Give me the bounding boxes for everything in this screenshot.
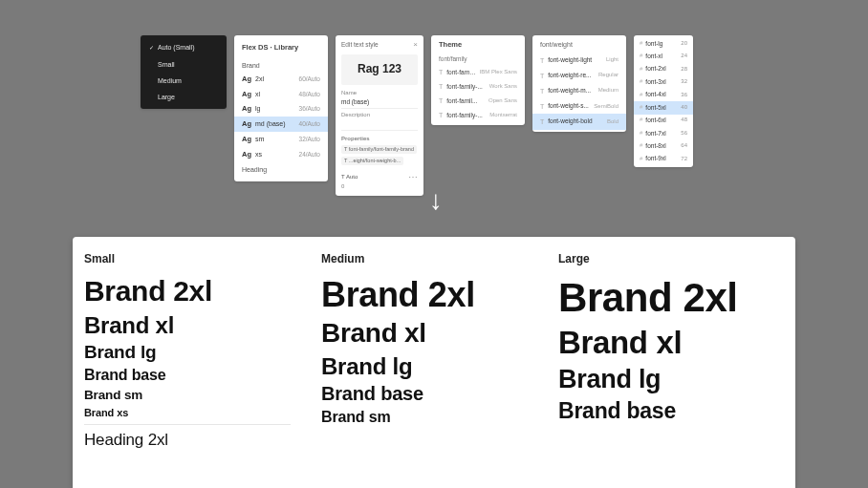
- sample-text: Brand 2xl: [558, 275, 788, 321]
- number-icon: #: [640, 117, 642, 124]
- variable-value: Open Sans: [488, 97, 517, 105]
- dropdown-option-small[interactable]: Small: [141, 56, 227, 73]
- style-name: md (base): [255, 119, 295, 128]
- variable-value: 24: [681, 53, 687, 60]
- text-icon: T: [540, 117, 544, 126]
- sample-text: Brand 2xl: [84, 275, 314, 308]
- variable-name: font-6xl: [645, 117, 678, 124]
- letter-spacing-value: 0: [341, 183, 418, 191]
- sample-text: Brand base: [84, 367, 314, 384]
- name-value[interactable]: md (base): [341, 97, 418, 109]
- variable-name: font-xl: [645, 53, 678, 60]
- sample-text: Brand lg: [321, 353, 551, 380]
- column-large: Large Brand 2xl Brand xl Brand lg Brand …: [558, 252, 795, 488]
- property-chip-font-family[interactable]: T font-family/font-family-brand: [341, 145, 417, 154]
- library-title: Flex DS · Library: [234, 41, 328, 57]
- dropdown-option-medium[interactable]: Medium: [141, 73, 227, 89]
- text-icon: T: [540, 87, 544, 95]
- variable-name: font-8xl: [645, 142, 678, 150]
- type-sample: Ag: [242, 90, 251, 99]
- dropdown-option-large[interactable]: Large: [141, 89, 227, 105]
- variable-name: font-weight-s...: [548, 102, 590, 110]
- library-panel: Flex DS · Library Brand Ag2xl60/AutoAgxl…: [234, 35, 328, 181]
- weight-row[interactable]: Tfont-weight-s...SemiBold: [532, 98, 626, 114]
- variable-value: IBM Plex Sans: [480, 69, 517, 76]
- breakpoint-dropdown[interactable]: Auto (Small) Small Medium Large: [141, 35, 227, 109]
- variable-name: font-famil...: [446, 69, 475, 76]
- library-row[interactable]: Aglg36/Auto: [234, 101, 328, 117]
- variable-name: font-weight-bold: [548, 117, 603, 125]
- sample-text: Brand xs: [84, 407, 314, 419]
- theme-row[interactable]: Tfont-famil...Open Sans: [431, 94, 525, 108]
- theme-section: font/family: [431, 53, 525, 65]
- weight-row[interactable]: Tfont-weight-boldBold: [532, 114, 626, 129]
- variable-value: 72: [681, 156, 687, 163]
- weight-row[interactable]: Tfont-weight-lightLight: [532, 53, 626, 68]
- theme-header: Theme: [431, 40, 525, 53]
- size-row[interactable]: #font-4xl36: [634, 89, 693, 101]
- variable-value: 32: [681, 78, 687, 86]
- weight-row[interactable]: Tfont-weight-re...Regular: [532, 68, 626, 83]
- size-row[interactable]: #font-6xl48: [634, 115, 693, 127]
- size-row[interactable]: #font-8xl64: [634, 140, 693, 153]
- arrow-down-icon: ↓: [429, 187, 443, 214]
- output-card: Small Brand 2xl Brand xl Brand lg Brand …: [73, 237, 795, 488]
- variable-name: font-weight-re...: [548, 72, 595, 79]
- theme-row[interactable]: Tfont-family-...Work Sans: [431, 79, 525, 94]
- number-icon: #: [640, 92, 642, 99]
- size-row[interactable]: #font-2xl28: [634, 63, 693, 75]
- text-icon: T: [439, 68, 443, 76]
- variable-name: font-4xl: [645, 91, 678, 98]
- style-name: xl: [255, 90, 295, 98]
- variable-value: Work Sans: [489, 83, 517, 91]
- library-row[interactable]: Agxs24/Auto: [234, 147, 328, 162]
- sample-text: Brand xl: [84, 312, 314, 339]
- library-row[interactable]: Ag2xl60/Auto: [234, 72, 328, 87]
- edit-text-style-panel: Edit text style × Rag 123 Name md (base)…: [336, 35, 423, 196]
- dropdown-option-auto[interactable]: Auto (Small): [141, 39, 227, 56]
- column-title-large: Large: [558, 252, 788, 265]
- library-row[interactable]: Agxl48/Auto: [234, 87, 328, 102]
- text-preview: Rag 123: [341, 54, 418, 85]
- sample-text: Brand base: [321, 383, 551, 405]
- sample-text: Brand 2xl: [321, 275, 551, 314]
- close-icon[interactable]: ×: [413, 40, 418, 50]
- size-row[interactable]: #font-7xl56: [634, 127, 693, 139]
- sample-text: Brand sm: [321, 409, 551, 426]
- text-icon: T: [540, 56, 544, 65]
- property-chip-font-weight[interactable]: T ...eight/font-weight-b...: [341, 157, 403, 165]
- style-size: 24/Auto: [299, 151, 320, 159]
- style-size: 48/Auto: [299, 91, 320, 98]
- size-row[interactable]: #font-3xl32: [634, 75, 693, 88]
- style-name: 2xl: [255, 74, 295, 83]
- variable-value: Montserrat: [489, 112, 517, 119]
- variable-value: 56: [681, 130, 687, 138]
- style-size: 32/Auto: [299, 136, 320, 143]
- style-name: sm: [255, 135, 295, 143]
- size-row[interactable]: #font-xl24: [634, 50, 693, 62]
- variable-value: SemiBold: [594, 103, 618, 111]
- variable-value: Regular: [598, 72, 618, 79]
- variable-name: font-5xl: [645, 104, 678, 112]
- library-row[interactable]: Agsm32/Auto: [234, 132, 328, 147]
- more-icon[interactable]: ⋯: [408, 171, 418, 183]
- number-icon: #: [640, 40, 642, 48]
- size-row[interactable]: #font-lg20: [634, 37, 693, 50]
- theme-row[interactable]: Tfont-famil...IBM Plex Sans: [431, 65, 525, 79]
- variable-name: font-3xl: [645, 78, 678, 86]
- type-sample: Ag: [242, 150, 251, 159]
- variable-name: font-9xl: [645, 155, 678, 162]
- weight-row[interactable]: Tfont-weight-m...Medium: [532, 83, 626, 98]
- column-title-medium: Medium: [321, 252, 551, 265]
- variable-value: 36: [681, 92, 687, 99]
- library-row[interactable]: Agmd (base)40/Auto: [234, 117, 328, 132]
- sample-text: Brand base: [558, 398, 788, 423]
- size-row[interactable]: #font-5xl40: [634, 101, 693, 114]
- variable-name: font-2xl: [645, 65, 678, 73]
- number-icon: #: [640, 156, 642, 163]
- theme-row[interactable]: Tfont-family-...Montserrat: [431, 108, 525, 122]
- size-row[interactable]: #font-9xl72: [634, 153, 693, 165]
- edit-panel-title: Edit text style: [341, 41, 379, 49]
- column-title-small: Small: [84, 252, 314, 265]
- description-value[interactable]: [341, 119, 418, 131]
